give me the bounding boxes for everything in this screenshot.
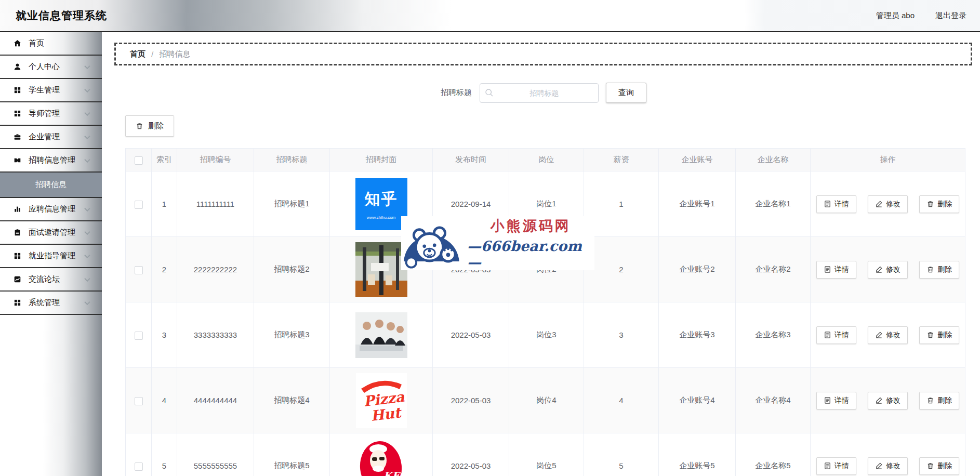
delete-button[interactable]: 删除 — [919, 261, 959, 279]
grid-icon — [14, 299, 21, 307]
search-input[interactable] — [480, 83, 599, 103]
delete-button[interactable]: 删除 — [919, 195, 959, 213]
col-header-salary: 薪资 — [584, 149, 659, 171]
current-user[interactable]: 管理员 abo — [876, 11, 915, 21]
table-row: 5 5555555555 招聘标题5 KFC 2022-05-03 岗位5 5 … — [126, 433, 965, 476]
detail-button[interactable]: 详情 — [816, 392, 856, 409]
chevron-down-icon — [84, 156, 90, 162]
pencil-icon — [875, 266, 883, 273]
briefcase-icon — [14, 133, 21, 141]
delete-button[interactable]: 删除 — [919, 392, 959, 409]
search-row: 招聘标题 查询 — [441, 83, 980, 103]
row-checkbox[interactable] — [135, 397, 143, 405]
row-checkbox[interactable] — [135, 332, 143, 340]
breadcrumb: 首页 / 招聘信息 — [114, 43, 972, 65]
col-header-code: 招聘编号 — [177, 149, 254, 171]
bar-chart-icon — [14, 205, 21, 213]
pencil-icon — [875, 462, 883, 470]
sidebar-item-enterprise-mgmt[interactable]: 企业管理 — [0, 126, 102, 149]
sidebar: 首页 个人中心 学生管理 导师管理 企业管理 招聘信息管理 招聘信息 应聘信息管… — [0, 32, 102, 476]
pencil-icon — [875, 331, 883, 339]
search-icon — [485, 88, 494, 97]
edit-button[interactable]: 修改 — [868, 392, 908, 409]
sidebar-item-home[interactable]: 首页 — [0, 32, 102, 56]
cover-image-zhihu: 知乎 www.zhihu.com — [355, 178, 407, 230]
cover-image-kfc: KFC — [359, 439, 404, 476]
detail-button[interactable]: 详情 — [816, 261, 856, 279]
col-header-account: 企业账号 — [659, 149, 736, 171]
logout-link[interactable]: 退出登录 — [935, 11, 966, 21]
user-icon — [14, 63, 21, 71]
edit-button[interactable]: 修改 — [868, 457, 908, 475]
grid-icon — [14, 86, 21, 94]
select-all-checkbox[interactable] — [135, 156, 143, 165]
grid-icon — [14, 110, 21, 117]
sidebar-item-student-mgmt[interactable]: 学生管理 — [0, 79, 102, 102]
chevron-down-icon — [84, 299, 90, 305]
sidebar-subitem-recruit-info-active[interactable]: 招聘信息 — [0, 173, 102, 198]
sidebar-item-personal-center[interactable]: 个人中心 — [0, 56, 102, 79]
chevron-down-icon — [84, 86, 90, 92]
sidebar-item-recruit-info-mgmt[interactable]: 招聘信息管理 — [0, 149, 102, 173]
breadcrumb-home[interactable]: 首页 — [130, 49, 145, 59]
trash-icon — [926, 331, 934, 339]
document-icon — [824, 331, 831, 339]
pencil-icon — [875, 200, 883, 208]
document-icon — [824, 396, 831, 404]
detail-button[interactable]: 详情 — [816, 326, 856, 344]
col-header-company: 企业名称 — [736, 149, 811, 171]
recruit-table: 索引 招聘编号 招聘标题 招聘封面 发布时间 岗位 薪资 企业账号 企业名称 操… — [125, 148, 965, 476]
trend-icon — [14, 275, 21, 283]
svg-text:KFC: KFC — [383, 470, 404, 476]
row-checkbox[interactable] — [135, 266, 143, 274]
col-header-actions: 操作 — [811, 149, 965, 171]
row-checkbox[interactable] — [135, 201, 143, 209]
col-header-title: 招聘标题 — [254, 149, 330, 171]
sidebar-item-tutor-mgmt[interactable]: 导师管理 — [0, 102, 102, 126]
cover-image-pizza-hut: Pizza Hut — [356, 373, 407, 428]
cover-image-team — [355, 312, 407, 358]
table-row: 3 3333333333 招聘标题3 2022-05-03 — [126, 302, 965, 368]
breadcrumb-current: 招聘信息 — [159, 49, 190, 59]
table-row: 4 4444444444 招聘标题4 Pizza Hut 2022-05-03 … — [126, 368, 965, 433]
col-header-cover: 招聘封面 — [330, 149, 433, 171]
chevron-down-icon — [84, 63, 90, 69]
header-right: 管理员 abo 退出登录 — [876, 11, 966, 21]
sidebar-item-interview-invite-mgmt[interactable]: 面试邀请管理 — [0, 221, 102, 245]
sidebar-item-employment-guidance-mgmt[interactable]: 就业指导管理 — [0, 245, 102, 268]
delete-button[interactable]: 删除 — [919, 457, 959, 475]
document-icon — [824, 200, 831, 208]
app-title: 就业信息管理系统 — [16, 8, 107, 23]
table-header-row: 索引 招聘编号 招聘标题 招聘封面 发布时间 岗位 薪资 企业账号 企业名称 操… — [126, 149, 965, 171]
chevron-down-icon — [84, 252, 90, 258]
sidebar-item-system-mgmt[interactable]: 系统管理 — [0, 292, 102, 315]
watermark-domain: —666bear.com— — [467, 238, 594, 270]
sidebar-item-application-info-mgmt[interactable]: 应聘信息管理 — [0, 198, 102, 221]
pencil-icon — [875, 396, 883, 404]
watermark: 小熊源码网 —666bear.com— — [401, 216, 594, 270]
badge-icon — [14, 156, 21, 164]
chevron-down-icon — [84, 229, 90, 234]
row-checkbox[interactable] — [135, 462, 143, 471]
edit-button[interactable]: 修改 — [868, 261, 908, 279]
delete-button[interactable]: 删除 — [919, 326, 959, 344]
bear-mascot-icon — [401, 217, 462, 270]
bulk-delete-button[interactable]: 删除 — [125, 115, 174, 137]
edit-button[interactable]: 修改 — [868, 326, 908, 344]
trash-icon — [926, 200, 934, 208]
breadcrumb-separator: / — [151, 50, 153, 59]
clipboard-icon — [14, 229, 21, 236]
document-icon — [824, 266, 831, 273]
query-button[interactable]: 查询 — [606, 83, 646, 103]
detail-button[interactable]: 详情 — [816, 195, 856, 213]
home-icon — [14, 39, 21, 47]
edit-button[interactable]: 修改 — [868, 195, 908, 213]
detail-button[interactable]: 详情 — [816, 457, 856, 475]
trash-icon — [926, 462, 934, 470]
col-header-post: 岗位 — [509, 149, 584, 171]
cover-image-restaurant — [355, 242, 407, 297]
chevron-down-icon — [84, 275, 90, 281]
chevron-down-icon — [84, 133, 90, 139]
sidebar-item-forum[interactable]: 交流论坛 — [0, 268, 102, 292]
trash-icon — [926, 266, 934, 273]
